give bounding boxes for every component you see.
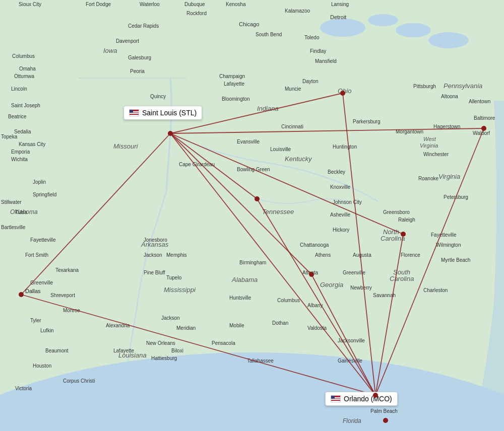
svg-text:Memphis: Memphis: [166, 252, 187, 258]
svg-text:Omaha: Omaha: [19, 66, 36, 71]
svg-text:Parkersburg: Parkersburg: [353, 119, 380, 124]
svg-text:Stillwater: Stillwater: [1, 199, 22, 205]
svg-text:Lansing: Lansing: [331, 2, 349, 7]
origin-airport-name: Saint Louis (STL): [142, 109, 197, 117]
svg-text:Myrtle Beach: Myrtle Beach: [441, 257, 470, 263]
svg-text:Tyler: Tyler: [30, 318, 41, 323]
svg-text:Findlay: Findlay: [310, 48, 326, 54]
svg-text:Waterloo: Waterloo: [140, 2, 160, 7]
svg-text:Mansfield: Mansfield: [315, 58, 337, 64]
svg-text:Augusta: Augusta: [353, 252, 371, 258]
svg-text:Bartlesville: Bartlesville: [1, 225, 26, 230]
svg-text:Alexandria: Alexandria: [106, 323, 130, 328]
svg-text:Athens: Athens: [315, 252, 331, 258]
svg-text:Wilmington: Wilmington: [436, 242, 461, 248]
svg-text:Kansas City: Kansas City: [19, 141, 45, 147]
svg-text:Corpus Christi: Corpus Christi: [63, 378, 95, 384]
svg-text:Dubuque: Dubuque: [184, 2, 205, 7]
svg-text:Allentown: Allentown: [469, 99, 490, 104]
svg-text:Cincinnati: Cincinnati: [281, 124, 303, 129]
svg-text:Champaign: Champaign: [219, 74, 245, 79]
svg-text:Newberry: Newberry: [350, 285, 372, 291]
svg-text:Lafayette: Lafayette: [113, 348, 135, 353]
destination-airport-name: Orlando (MCO): [344, 395, 392, 403]
svg-text:Dothan: Dothan: [272, 320, 288, 326]
svg-text:Fayetteville: Fayetteville: [30, 237, 56, 243]
svg-point-5: [428, 32, 469, 48]
svg-text:Kenosha: Kenosha: [226, 2, 246, 7]
svg-text:Hattiesburg: Hattiesburg: [151, 355, 177, 361]
svg-point-158: [340, 91, 345, 96]
svg-text:Chattanooga: Chattanooga: [300, 242, 329, 248]
svg-text:Iowa: Iowa: [103, 47, 117, 54]
svg-text:Ottumwa: Ottumwa: [14, 74, 34, 79]
svg-text:Tulsa: Tulsa: [15, 209, 28, 215]
svg-point-3: [368, 14, 398, 26]
svg-point-4: [396, 23, 431, 37]
svg-text:Beatrice: Beatrice: [8, 114, 27, 119]
svg-text:Missouri: Missouri: [113, 142, 139, 150]
svg-text:Carolina: Carolina: [390, 275, 414, 282]
svg-text:Jonesboro: Jonesboro: [144, 237, 167, 243]
svg-text:Evansville: Evansville: [237, 139, 260, 145]
svg-text:Davenport: Davenport: [116, 38, 139, 44]
svg-text:Houston: Houston: [33, 363, 51, 369]
svg-text:Pennsylvania: Pennsylvania: [444, 82, 482, 90]
svg-text:Beckley: Beckley: [328, 169, 345, 175]
svg-text:Pine Bluff: Pine Bluff: [144, 270, 165, 275]
svg-text:Huntington: Huntington: [333, 144, 357, 150]
svg-text:Toledo: Toledo: [304, 35, 320, 40]
svg-text:South Bend: South Bend: [256, 32, 282, 37]
svg-text:Lincoln: Lincoln: [11, 86, 27, 92]
svg-text:Pensacola: Pensacola: [212, 340, 235, 346]
svg-text:Florence: Florence: [401, 252, 420, 258]
svg-text:Jackson: Jackson: [161, 315, 180, 321]
map-container: Iowa Missouri Indiana Ohio Kentucky Tenn…: [0, 0, 504, 431]
svg-text:Shreveport: Shreveport: [50, 293, 75, 298]
svg-text:Kalamazoo: Kalamazoo: [285, 8, 310, 14]
svg-text:Peoria: Peoria: [130, 68, 145, 74]
svg-text:Kentucky: Kentucky: [285, 155, 312, 163]
svg-text:Birmingham: Birmingham: [239, 260, 266, 265]
svg-text:Lufkin: Lufkin: [40, 328, 54, 333]
svg-text:Mississippi: Mississippi: [164, 286, 196, 294]
svg-text:Columbus: Columbus: [12, 53, 35, 59]
svg-text:Joplin: Joplin: [33, 179, 46, 185]
svg-text:Victoria: Victoria: [15, 386, 32, 391]
svg-text:Columbus: Columbus: [277, 298, 300, 303]
svg-point-156: [255, 196, 260, 201]
svg-point-154: [19, 292, 24, 297]
svg-text:Mobile: Mobile: [229, 323, 244, 328]
svg-point-160: [401, 232, 406, 237]
svg-text:Florida: Florida: [343, 417, 361, 424]
svg-text:Chicago: Chicago: [239, 21, 259, 27]
svg-text:Alabama: Alabama: [231, 276, 258, 283]
svg-text:Muncie: Muncie: [285, 86, 301, 92]
svg-text:Hickory: Hickory: [333, 227, 349, 233]
svg-text:Cedar Rapids: Cedar Rapids: [128, 23, 159, 29]
svg-text:Jackson: Jackson: [144, 252, 162, 258]
svg-text:Virginia: Virginia: [420, 142, 438, 149]
destination-airport-label: Orlando (MCO): [325, 392, 398, 406]
svg-text:Sioux City: Sioux City: [19, 2, 41, 7]
svg-point-161: [383, 418, 388, 423]
svg-text:Altoona: Altoona: [441, 94, 458, 99]
svg-text:Charleston: Charleston: [423, 288, 448, 293]
svg-text:Meridian: Meridian: [176, 325, 196, 331]
svg-text:New Orleans: New Orleans: [146, 340, 175, 346]
origin-airport-dot: [168, 131, 173, 136]
svg-text:Louisville: Louisville: [270, 147, 291, 152]
svg-text:Huntsville: Huntsville: [229, 295, 251, 301]
svg-text:Quincy: Quincy: [150, 94, 166, 99]
svg-text:Johnson City: Johnson City: [333, 199, 362, 205]
svg-text:Emporia: Emporia: [11, 149, 30, 155]
svg-text:Greensboro: Greensboro: [383, 209, 410, 215]
svg-text:Roanoke: Roanoke: [418, 176, 438, 181]
svg-point-157: [309, 272, 314, 277]
destination-airport-dot: [373, 393, 378, 398]
svg-text:Lafayette: Lafayette: [224, 81, 245, 87]
svg-text:Dallas: Dallas: [25, 288, 41, 294]
svg-text:Winchester: Winchester: [423, 152, 449, 157]
map-svg: Iowa Missouri Indiana Ohio Kentucky Tenn…: [0, 0, 504, 431]
svg-text:Fort Dodge: Fort Dodge: [86, 2, 111, 7]
